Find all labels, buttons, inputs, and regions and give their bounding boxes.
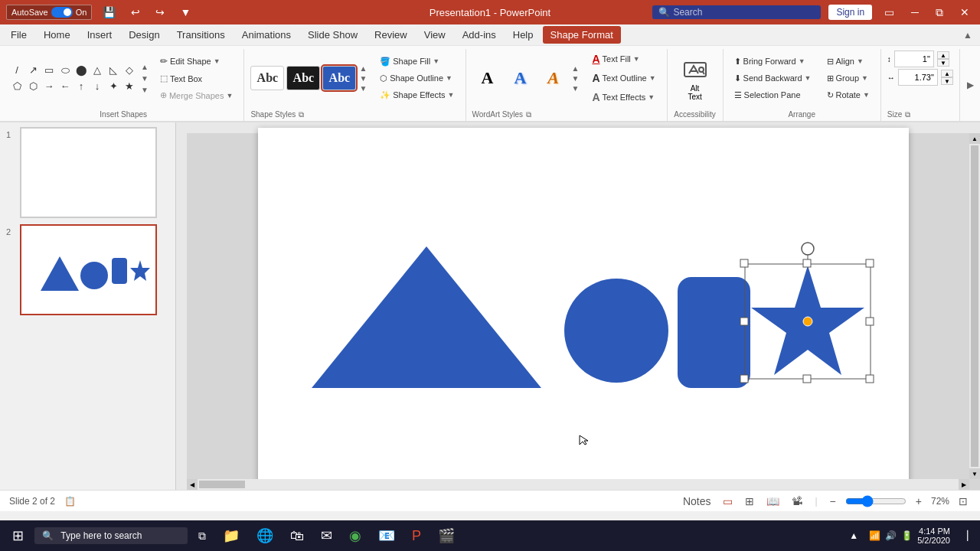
- menu-transitions[interactable]: Transitions: [169, 26, 233, 44]
- shapes-scroll-down[interactable]: ▼: [140, 73, 149, 83]
- handle-tr[interactable]: [866, 259, 874, 267]
- scroll-down-btn[interactable]: ▼: [969, 468, 980, 479]
- alt-text-button[interactable]: AltText: [680, 55, 710, 104]
- normal-view-button[interactable]: ▭: [720, 494, 736, 509]
- scroll-up-btn[interactable]: ▲: [969, 133, 980, 144]
- shape-rt-tri[interactable]: ◺: [106, 63, 121, 78]
- handle-bm[interactable]: [803, 375, 811, 383]
- height-down[interactable]: ▼: [937, 59, 949, 67]
- show-desktop-button[interactable]: ▕: [955, 527, 974, 544]
- wa-scroll-up[interactable]: ▲: [571, 64, 580, 73]
- redo-button[interactable]: ↪: [151, 5, 169, 20]
- wa-blue[interactable]: A: [505, 66, 536, 90]
- close-button[interactable]: ✕: [956, 5, 974, 20]
- wa-scroll-down[interactable]: ▼: [571, 73, 580, 83]
- customize-button[interactable]: ▼: [175, 5, 195, 20]
- undo-button[interactable]: ↩: [126, 5, 145, 20]
- menu-home[interactable]: Home: [36, 26, 78, 44]
- menu-file[interactable]: File: [3, 26, 34, 44]
- swatch-accent[interactable]: Abc: [322, 66, 356, 90]
- show-hidden-icons[interactable]: ▲: [843, 527, 864, 544]
- shape-fill-button[interactable]: 🪣 Shape Fill ▼: [375, 54, 459, 69]
- shape-rect[interactable]: ▭: [41, 63, 57, 78]
- task-view-button[interactable]: ⧉: [192, 527, 212, 546]
- shape-outline-button[interactable]: ⬡ Shape Outline ▼: [375, 71, 459, 86]
- shape-arrow-r[interactable]: →: [41, 79, 57, 94]
- shape-arrow-u[interactable]: ↑: [74, 79, 89, 94]
- scroll-thumb-h[interactable]: [199, 481, 245, 488]
- outlook-button[interactable]: 📧: [372, 524, 401, 547]
- scroll-thumb-v[interactable]: [971, 145, 978, 467]
- swatch-scroll-up[interactable]: ▲: [358, 64, 368, 73]
- shape-arrow-line[interactable]: ↗: [25, 63, 41, 78]
- chrome-button[interactable]: ◉: [343, 524, 368, 547]
- text-outline-button[interactable]: A Text Outline ▼: [587, 70, 660, 86]
- shape-rounded-rect[interactable]: ⬭: [57, 63, 73, 78]
- scroll-right-btn[interactable]: ▶: [959, 479, 969, 490]
- text-effects-button[interactable]: A Text Effects ▼: [587, 89, 660, 106]
- shape-arrow-d[interactable]: ↓: [90, 79, 105, 94]
- menu-addins[interactable]: Add-ins: [455, 26, 504, 44]
- zoom-out-button[interactable]: −: [827, 494, 839, 509]
- file-explorer-button[interactable]: 📁: [217, 524, 246, 547]
- handle-mr[interactable]: [866, 318, 874, 325]
- zoom-in-button[interactable]: +: [913, 494, 925, 509]
- width-input[interactable]: [898, 69, 938, 86]
- autosave-toggle[interactable]: AutoSave On: [6, 5, 92, 20]
- shape-tri[interactable]: △: [90, 63, 105, 78]
- height-input[interactable]: [894, 51, 934, 67]
- scroll-left-btn[interactable]: ◀: [187, 479, 198, 490]
- shape-styles-expand[interactable]: ⧉: [299, 110, 304, 119]
- handle-ml[interactable]: [740, 318, 748, 325]
- rotate-button[interactable]: ↻ Rotate ▼: [822, 88, 874, 103]
- camtasia-button[interactable]: 🎬: [432, 524, 461, 547]
- shape-oval[interactable]: ⬤: [74, 63, 89, 78]
- slide-2-thumbnail[interactable]: [20, 224, 157, 315]
- shape-arrow-l[interactable]: ←: [57, 79, 73, 94]
- search-box[interactable]: 🔍: [652, 5, 821, 19]
- shape-hex[interactable]: ⬡: [25, 79, 41, 94]
- edit-shape-button[interactable]: ✏ Edit Shape ▼: [155, 54, 237, 69]
- shapes-expand[interactable]: ▼: [140, 85, 149, 95]
- zoom-slider[interactable]: [845, 495, 906, 507]
- menu-slideshow[interactable]: Slide Show: [300, 26, 365, 44]
- reading-view-button[interactable]: 📖: [763, 494, 782, 509]
- swatch-white[interactable]: Abc: [250, 66, 284, 90]
- menu-review[interactable]: Review: [367, 26, 415, 44]
- handle-tl[interactable]: [740, 259, 748, 267]
- bring-forward-button[interactable]: ⬆ Bring Forward ▼: [730, 54, 816, 69]
- taskbar-search[interactable]: 🔍 Type here to search: [34, 527, 188, 544]
- handle-br[interactable]: [866, 375, 874, 383]
- center-handle[interactable]: [803, 317, 812, 326]
- group-button[interactable]: ⊞ Group ▼: [822, 71, 874, 86]
- slide-1-thumbnail[interactable]: [20, 127, 157, 218]
- triangle-shape[interactable]: [312, 246, 541, 388]
- wa-expand[interactable]: ▼: [571, 83, 580, 93]
- fit-slide-button[interactable]: ⊡: [956, 494, 971, 509]
- minimize-button[interactable]: ─: [906, 5, 923, 20]
- shape-pent[interactable]: ⬠: [9, 79, 24, 94]
- height-up[interactable]: ▲: [937, 51, 949, 59]
- merge-shapes-button[interactable]: ⊕ Merge Shapes ▼: [155, 88, 237, 103]
- start-button[interactable]: ⊞: [6, 524, 30, 547]
- powerpoint-taskbar-button[interactable]: P: [406, 525, 427, 547]
- save-button[interactable]: 💾: [98, 5, 120, 20]
- swatch-scroll-down[interactable]: ▼: [358, 73, 368, 83]
- search-input[interactable]: [673, 7, 795, 18]
- slide-canvas[interactable]: [258, 128, 909, 490]
- text-fill-button[interactable]: A Text Fill ▼: [587, 51, 660, 67]
- rotation-handle[interactable]: [802, 243, 814, 255]
- menu-design[interactable]: Design: [121, 26, 167, 44]
- send-backward-button[interactable]: ⬇ Send Backward ▼: [730, 71, 816, 86]
- toggle-on[interactable]: [51, 7, 73, 18]
- swatch-dark[interactable]: Abc: [286, 66, 320, 90]
- handle-tm[interactable]: [803, 259, 811, 267]
- menu-shapeformat[interactable]: Shape Format: [543, 26, 621, 44]
- ribbon-display-button[interactable]: ▭: [880, 5, 899, 20]
- presenter-view-button[interactable]: 📽: [789, 494, 805, 509]
- shape-diamond[interactable]: ◇: [122, 63, 137, 78]
- menu-animations[interactable]: Animations: [234, 26, 299, 44]
- circle-shape[interactable]: [564, 279, 668, 383]
- notes-button[interactable]: Notes: [680, 494, 714, 509]
- text-box-button[interactable]: ⬚ Text Box: [155, 71, 237, 86]
